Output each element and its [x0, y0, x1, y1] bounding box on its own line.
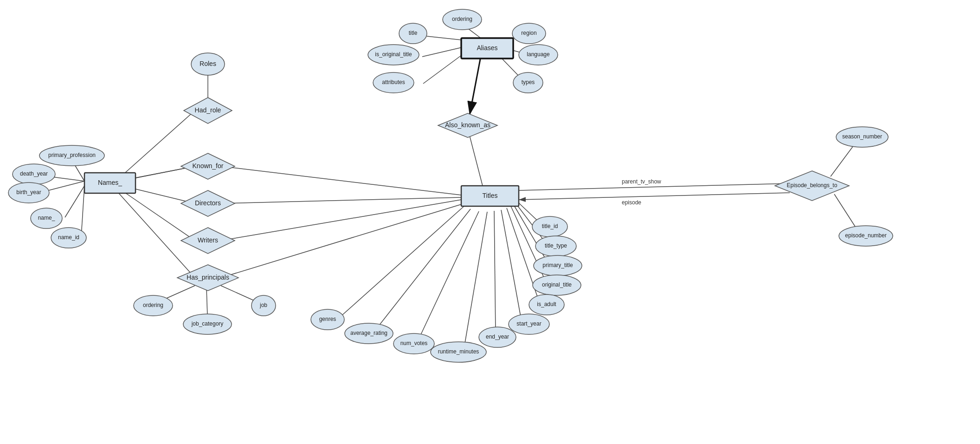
attr-job-label: job: [259, 302, 267, 308]
rel-known-for-label: Known_for: [193, 162, 224, 170]
attr-end-year-label: end_year: [486, 333, 509, 340]
rel-episode-belongs-to-label: Episode_belongs_to: [787, 182, 838, 189]
line-knownfor-to-titles: [221, 166, 461, 195]
attr-season-number-label: season_number: [842, 133, 882, 140]
attr-primary-title-label: primary_title: [542, 262, 573, 268]
line-start-year: [501, 210, 522, 321]
attr-num-votes-label: num_votes: [400, 340, 428, 346]
line-average-rating: [375, 209, 471, 331]
attr-title-alias-label: title: [409, 30, 418, 36]
rel-directors-label: Directors: [195, 199, 221, 207]
er-diagram: parent_tv_show episode Names_ Titles Ali…: [0, 0, 980, 444]
attr-birth-year-label: birth_year: [16, 189, 41, 196]
line-writers-to-titles: [221, 200, 461, 241]
attr-title-id-label: title_id: [542, 223, 558, 229]
attr-name-label: name_: [38, 215, 55, 221]
line-writers-to-names: [118, 188, 195, 241]
attr-ordering-principals-label: ordering: [143, 302, 163, 308]
line-runtime-minutes: [464, 212, 487, 348]
rel-writers-label: Writers: [198, 236, 218, 244]
edge-label-parent-tv-show: parent_tv_show: [622, 178, 661, 185]
attr-start-year-label: start_year: [516, 320, 541, 327]
rel-had-role-label: Had_role: [195, 106, 221, 114]
rel-has-principals-label: Has_principals: [187, 274, 229, 281]
rel-also-known-as-label: Also_known_as: [445, 121, 490, 129]
entity-aliases-label: Aliases: [477, 44, 497, 52]
attr-region-label: region: [521, 30, 536, 36]
attr-primary-profession-label: primary_profession: [48, 152, 96, 158]
attr-episode-number-label: episode_number: [845, 232, 886, 239]
attr-death-year-label: death_year: [20, 170, 48, 177]
line-genres: [339, 206, 464, 318]
attr-is-original-title-label: is_original_title: [375, 51, 412, 58]
line-episode-arrow: [519, 193, 790, 200]
line-is-original-title: [422, 46, 466, 57]
attr-title-type-label: title_type: [545, 242, 567, 249]
attr-roles-label: Roles: [200, 60, 216, 67]
attr-ordering-alias-label: ordering: [452, 16, 472, 22]
attr-is-adult-label: is_adult: [537, 301, 556, 307]
attr-attributes-label: attributes: [382, 79, 405, 85]
edge-label-episode: episode: [622, 199, 641, 206]
attr-job-category-label: job_category: [191, 320, 224, 327]
attr-types-label: types: [522, 79, 535, 85]
attr-average-rating-label: average_rating: [350, 330, 387, 336]
line-aliases-to-also-known-as: [470, 57, 481, 115]
attr-original-title-label: original_title: [542, 281, 572, 288]
line-num-votes: [418, 211, 479, 341]
line-name: [65, 186, 84, 217]
attr-language-label: language: [527, 51, 550, 58]
line-alsoknownas-to-titles: [470, 136, 483, 186]
line-attributes: [423, 52, 466, 84]
entity-names-label: Names_: [98, 179, 122, 186]
line-end-year: [494, 211, 496, 333]
attr-genres-label: genres: [319, 316, 336, 322]
line-hasprincipals-to-names: [118, 193, 195, 278]
attr-name-id-label: name_id: [58, 234, 79, 241]
attr-runtime-minutes-label: runtime_minutes: [438, 348, 479, 355]
entity-titles-label: Titles: [483, 192, 498, 199]
line-name-id: [81, 186, 84, 237]
line-directors-to-titles: [221, 197, 461, 203]
line-job-category: [206, 288, 207, 316]
